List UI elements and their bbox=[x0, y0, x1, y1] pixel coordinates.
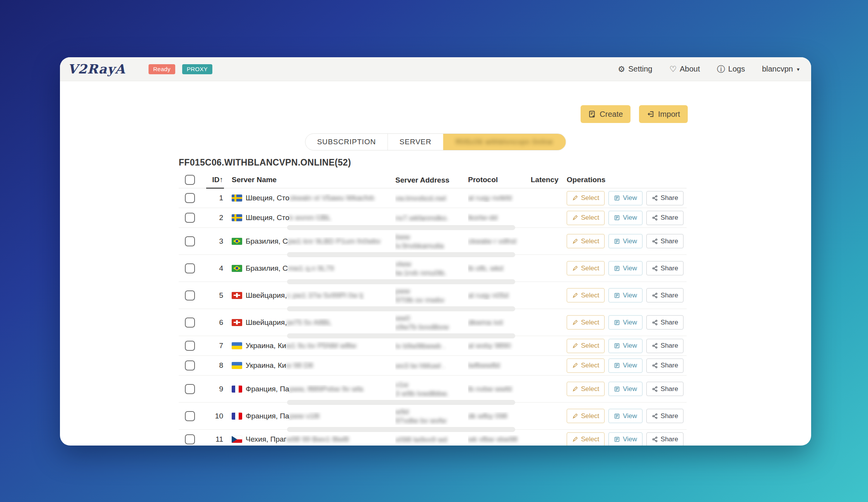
server-name-redacted: w 98 D8 bbox=[286, 361, 313, 370]
server-address-redacted: bww bbox=[395, 232, 468, 241]
view-button[interactable]: View bbox=[608, 191, 642, 205]
view-button[interactable]: View bbox=[608, 339, 642, 353]
server-address-redacted: 97vdlw bv wvfw bbox=[395, 416, 468, 425]
share-button[interactable]: Share bbox=[646, 359, 683, 373]
select-button[interactable]: Select bbox=[567, 261, 605, 275]
document-icon bbox=[614, 265, 620, 271]
select-button[interactable]: Select bbox=[567, 288, 605, 302]
server-address-redacted: lw.1rvb nmu0lb. bbox=[395, 268, 468, 277]
row-checkbox[interactable] bbox=[185, 360, 195, 371]
view-button[interactable]: View bbox=[608, 211, 642, 225]
tab-server[interactable]: SERVER bbox=[388, 134, 443, 150]
table-row: 7 Украина, Ки w1 9u bv P5NM w8lw tv b9w9… bbox=[179, 336, 687, 356]
operations-cell: Select View Share bbox=[567, 191, 687, 205]
select-button[interactable]: Select bbox=[567, 359, 605, 373]
header-id[interactable]: ID↑ bbox=[200, 176, 224, 184]
server-address-cell: v1w3 w9b lvwdlbbw. bbox=[395, 380, 468, 398]
select-button[interactable]: Select bbox=[567, 211, 605, 225]
row-checkbox[interactable] bbox=[185, 411, 195, 421]
country-flag-icon bbox=[232, 362, 242, 369]
operations-cell: Select View Share bbox=[567, 409, 687, 423]
select-button[interactable]: Select bbox=[567, 315, 605, 330]
share-button[interactable]: Share bbox=[646, 261, 683, 275]
table-row: 4 Бразилия, С mw1 q.n 9L79 vlwwlw.1rvb n… bbox=[179, 255, 687, 282]
table-header-row: ID↑ Server Name Server Address Protocol … bbox=[179, 172, 687, 188]
row-checkbox[interactable] bbox=[185, 341, 195, 351]
proxy-mode-badge[interactable]: PROXY bbox=[182, 64, 212, 74]
row-id: 7 bbox=[200, 341, 224, 350]
pen-icon bbox=[572, 343, 578, 349]
view-button[interactable]: View bbox=[608, 409, 642, 423]
import-button[interactable]: Import bbox=[639, 105, 688, 123]
pen-icon bbox=[572, 386, 578, 392]
row-checkbox[interactable] bbox=[185, 193, 195, 203]
select-button[interactable]: Select bbox=[567, 234, 605, 248]
server-name-cell: Швейцария, c pw1 37w 5v99Pl 0w lj bbox=[224, 291, 395, 300]
share-icon bbox=[652, 343, 658, 349]
nav-item-logs[interactable]: ⓘ Logs bbox=[717, 65, 745, 73]
document-icon bbox=[614, 319, 620, 326]
row-checkbox[interactable] bbox=[185, 290, 195, 301]
nav-item-about[interactable]: ♡ About bbox=[669, 65, 700, 73]
operations-cell: Select View Share bbox=[567, 234, 687, 248]
row-checkbox[interactable] bbox=[185, 263, 195, 273]
share-button[interactable]: Share bbox=[646, 339, 683, 353]
protocol-cell: lb nvbw wwfd bbox=[468, 385, 531, 393]
user-menu[interactable]: blancvpn ▾ bbox=[762, 65, 800, 73]
tab-active-subscription[interactable]: ff0l5c06 wlthblvncvpn 0nllne bbox=[443, 134, 566, 150]
operations-cell: Select View Share bbox=[567, 315, 687, 330]
share-icon bbox=[652, 436, 658, 442]
server-name-redacted: c pw1 37w 5v99Pl 0w lj bbox=[287, 291, 363, 300]
share-button[interactable]: Share bbox=[646, 432, 683, 446]
server-name-redacted: pww, f889Pvbw 9v wfa bbox=[289, 385, 363, 393]
row-checkbox[interactable] bbox=[185, 213, 195, 223]
server-address-cell: ww0s9w7b bvvdlbvw bbox=[395, 314, 468, 331]
server-name-redacted: mw1 q.n 9L79 bbox=[288, 264, 334, 273]
share-button[interactable]: Share bbox=[646, 382, 683, 396]
row-checkbox[interactable] bbox=[185, 384, 195, 394]
view-button[interactable]: View bbox=[608, 382, 642, 396]
view-button[interactable]: View bbox=[608, 315, 642, 330]
header-operations: Operations bbox=[567, 176, 687, 184]
row-checkbox[interactable] bbox=[185, 434, 195, 444]
server-name-cell: Франция, Па pww v18l bbox=[224, 412, 395, 420]
header-server-name: Server Name bbox=[224, 176, 395, 184]
share-button[interactable]: Share bbox=[646, 409, 683, 423]
share-button[interactable]: Share bbox=[646, 211, 683, 225]
pen-icon bbox=[572, 238, 578, 244]
row-id: 8 bbox=[200, 361, 224, 370]
select-button[interactable]: Select bbox=[567, 339, 605, 353]
server-address-cell: bwwlv.9nvbkamutla bbox=[395, 232, 468, 250]
share-button[interactable]: Share bbox=[646, 288, 683, 302]
view-button[interactable]: View bbox=[608, 288, 642, 302]
operations-cell: Select View Share bbox=[567, 261, 687, 275]
server-name-visible: Бразилия, С bbox=[246, 237, 288, 246]
view-button[interactable]: View bbox=[608, 261, 642, 275]
select-button[interactable]: Select bbox=[567, 191, 605, 205]
view-button[interactable]: View bbox=[608, 359, 642, 373]
country-flag-icon bbox=[232, 238, 242, 245]
country-flag-icon bbox=[232, 265, 242, 272]
protocol-cell: ckwalw r vdfnd bbox=[468, 237, 531, 246]
server-name-redacted: pww v18l bbox=[289, 412, 320, 420]
tab-subscription[interactable]: SUBSCRIPTION bbox=[306, 134, 388, 150]
server-address-redacted: s9w7b bvvdlbvw bbox=[395, 323, 468, 331]
create-button[interactable]: Create bbox=[581, 105, 630, 123]
select-button[interactable]: Select bbox=[567, 432, 605, 446]
select-button[interactable]: Select bbox=[567, 382, 605, 396]
pen-icon bbox=[572, 362, 578, 369]
share-button[interactable]: Share bbox=[646, 191, 683, 205]
row-checkbox[interactable] bbox=[185, 236, 195, 246]
nav-item-setting[interactable]: ⚙ Setting bbox=[618, 65, 652, 73]
row-checkbox[interactable] bbox=[185, 318, 195, 328]
select-button[interactable]: Select bbox=[567, 409, 605, 423]
share-button[interactable]: Share bbox=[646, 234, 683, 248]
select-all-checkbox[interactable] bbox=[185, 175, 195, 185]
view-button[interactable]: View bbox=[608, 234, 642, 248]
server-address-redacted: ww0 bbox=[395, 314, 468, 323]
share-button[interactable]: Share bbox=[646, 315, 683, 330]
row-id: 2 bbox=[200, 213, 224, 222]
view-button[interactable]: View bbox=[608, 432, 642, 446]
server-address-redacted: w9d bbox=[395, 407, 468, 416]
table-row: 8 Украина, Ки w 98 D8 wv3 lw hMuwl . lwf… bbox=[179, 356, 687, 376]
